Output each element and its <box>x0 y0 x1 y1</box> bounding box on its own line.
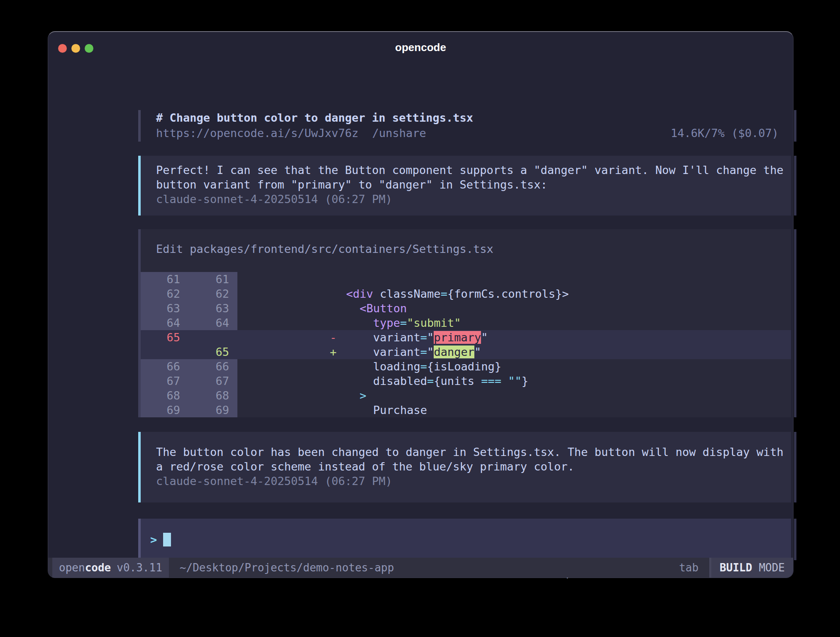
opencode-window: opencode # Change button color to danger… <box>48 31 794 578</box>
diff-row: 6262 <div className={formCs.controls}> <box>141 287 791 301</box>
diff-gutter: 6262 <box>141 287 237 301</box>
session-header: # Change button color to danger in setti… <box>138 110 791 142</box>
new-line-number: 68 <box>180 388 229 403</box>
diff-gutter: 6969 <box>141 403 237 417</box>
share-url-link[interactable]: https://opencode.ai/s/UwJxv76z <box>156 125 359 141</box>
new-line-number: 66 <box>180 359 229 374</box>
message-line: The button color has been changed to dan… <box>156 445 791 459</box>
new-line-number: 67 <box>180 374 229 388</box>
old-line-number: 69 <box>141 403 180 417</box>
diff-code-line: > <box>319 388 366 403</box>
prompt-caret: > <box>150 533 157 546</box>
old-line-number: 66 <box>141 359 180 374</box>
diff-file-title: Edit packages/frontend/src/containers/Se… <box>141 229 791 256</box>
old-line-number: 62 <box>141 287 180 301</box>
old-line-number: 63 <box>141 301 180 316</box>
diff-row: 65 variant="primary"- <box>141 330 791 345</box>
diff-rows: 61616262 <div className={formCs.controls… <box>141 272 791 417</box>
session-title: # Change button color to danger in setti… <box>156 110 791 125</box>
title-bar: opencode <box>48 32 793 61</box>
app-name-code: code <box>85 561 111 574</box>
message-line: Perfect! I can see that the Button compo… <box>156 163 791 177</box>
mode-suffix: MODE <box>759 561 785 574</box>
old-line-number: 67 <box>141 374 180 388</box>
old-line-number: 61 <box>141 272 180 287</box>
diff-gutter: 6767 <box>141 374 237 388</box>
diff-row: 6868 > <box>141 388 791 403</box>
build-mode-toggle[interactable]: BUILD MODE <box>711 558 793 578</box>
window-title: opencode <box>48 41 793 54</box>
old-line-number: 68 <box>141 388 180 403</box>
new-line-number: 63 <box>180 301 229 316</box>
diff-row: 65 variant="danger"+ <box>141 345 791 359</box>
prompt-input[interactable]: > <box>138 519 791 560</box>
new-line-number: 62 <box>180 287 229 301</box>
model-timestamp: claude-sonnet-4-20250514 (06:27 PM) <box>156 474 791 488</box>
diff-row: 6464 type="submit" <box>141 316 791 330</box>
diff-gutter: 6868 <box>141 388 237 403</box>
diff-row: 6767 disabled={units === ""} <box>141 374 791 388</box>
mode-name: BUILD <box>720 561 752 574</box>
diff-tool-card: Edit packages/frontend/src/containers/Se… <box>138 229 791 417</box>
old-line-number <box>141 345 180 359</box>
new-line-number: 69 <box>180 403 229 417</box>
diff-code-line: type="submit" <box>319 316 461 330</box>
app-name-open: open <box>59 561 85 574</box>
diff-code-line: variant="primary" <box>319 330 488 345</box>
diff-gutter: 6464 <box>141 316 237 330</box>
diff-code-line: <Button <box>319 301 407 316</box>
diff-code-line: disabled={units === ""} <box>319 374 528 388</box>
diff-row: 6969 Purchase <box>141 403 791 417</box>
diff-code-line: <div className={formCs.controls}> <box>319 287 569 301</box>
message-line: a red/rose color scheme instead of the b… <box>156 459 791 474</box>
diff-gutter: 65 <box>141 345 237 359</box>
diff-row: 6161 <box>141 272 791 287</box>
old-line-number: 65 <box>141 330 180 345</box>
unshare-command[interactable]: /unshare <box>372 125 426 141</box>
message-line: button variant from "primary" to "danger… <box>156 177 791 192</box>
new-line-number: 65 <box>180 345 229 359</box>
tab-key-hint: tab <box>679 558 698 578</box>
diff-row: 6363 <Button <box>141 301 791 316</box>
diff-gutter: 6666 <box>141 359 237 374</box>
diff-code-line: loading={isLoading} <box>319 359 501 374</box>
working-directory: ~/Desktop/Projects/demo-notes-app <box>180 558 394 578</box>
assistant-message: The button color has been changed to dan… <box>138 432 791 502</box>
removed-line-marker: - <box>328 330 338 345</box>
assistant-message: Perfect! I can see that the Button compo… <box>138 156 791 216</box>
old-line-number: 64 <box>141 316 180 330</box>
new-line-number <box>180 330 229 345</box>
app-version-chip: opencode v0.3.11 <box>52 558 169 578</box>
diff-code-line: Purchase <box>319 403 427 417</box>
status-bar: opencode v0.3.11 ~/Desktop/Projects/demo… <box>48 558 793 578</box>
diff-code-line: variant="danger" <box>319 345 481 359</box>
diff-row: 6666 loading={isLoading} <box>141 359 791 374</box>
new-line-number: 61 <box>180 272 229 287</box>
token-usage: 14.6K/7% ($0.07) <box>671 125 779 141</box>
added-line-marker: + <box>328 345 338 359</box>
app-version: v0.3.11 <box>117 561 162 574</box>
diff-gutter: 6363 <box>141 301 237 316</box>
model-timestamp: claude-sonnet-4-20250514 (06:27 PM) <box>156 192 791 206</box>
new-line-number: 64 <box>180 316 229 330</box>
diff-gutter: 65 <box>141 330 237 345</box>
text-cursor <box>163 533 171 546</box>
diff-gutter: 6161 <box>141 272 237 287</box>
